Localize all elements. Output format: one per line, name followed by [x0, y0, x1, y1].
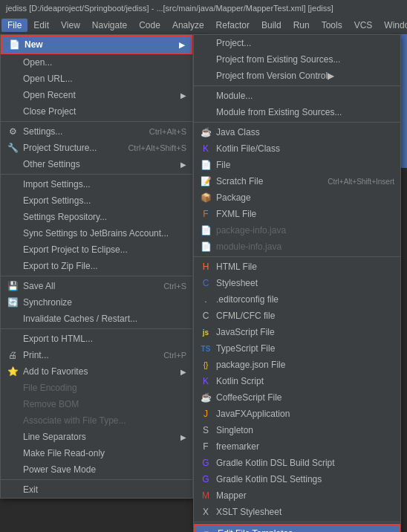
menu-item-export-settings[interactable]: Export Settings...: [1, 192, 192, 209]
submenu-item-project-existing[interactable]: Project from Existing Sources...: [194, 51, 400, 68]
separator-1: [1, 121, 192, 122]
menu-item-new[interactable]: 📄 New ▶: [1, 35, 192, 54]
menu-item-export-zip[interactable]: Export to Zip File...: [1, 258, 192, 274]
submenu-item-package[interactable]: 📦 Package: [194, 189, 400, 206]
menu-item-sync-settings[interactable]: Sync Settings to JetBrains Account...: [1, 225, 192, 241]
submenu-item-project-vcs[interactable]: Project from Version Control ▶: [194, 68, 400, 84]
menu-item-save-all-label: Save All: [23, 281, 55, 291]
menu-item-export-html-label: Export to HTML...: [23, 334, 93, 344]
cfml-icon: C: [200, 310, 212, 322]
menu-item-synchronize[interactable]: 🔄 Synchronize: [1, 294, 192, 311]
other-settings-icon: [7, 158, 19, 170]
exit-icon: [7, 484, 19, 496]
settings-shortcut: Ctrl+Alt+S: [149, 127, 186, 136]
menu-item-close-project-label: Close Project: [23, 106, 76, 117]
module-info-icon: 📄: [200, 241, 212, 253]
print-shortcut: Ctrl+P: [163, 351, 186, 360]
menu-item-associate-file-type: Associate with File Type...: [1, 412, 192, 429]
project-existing-icon: [200, 53, 212, 65]
submenu-item-package-json-label: package.json File: [216, 360, 285, 370]
menu-bar-vcs[interactable]: VCS: [348, 19, 379, 32]
submenu-item-javafxapp[interactable]: J JavaFXApplication: [194, 406, 400, 422]
submenu-item-freemarker[interactable]: F freemarker: [194, 438, 400, 455]
menu-bar-code[interactable]: Code: [133, 19, 166, 32]
submenu-item-gradle-kotlin-settings[interactable]: G Gradle Kotlin DSL Settings: [194, 471, 400, 487]
menu-item-open-url[interactable]: Open URL...: [1, 71, 192, 87]
project-vcs-icon: [200, 70, 212, 82]
menu-item-settings[interactable]: ⚙ Settings... Ctrl+Alt+S: [1, 123, 192, 140]
package-json-icon: {}: [200, 359, 212, 371]
submenu-item-project-label: Project...: [216, 38, 251, 48]
menu-item-settings-repository[interactable]: Settings Repository...: [1, 209, 192, 225]
submenu-item-stylesheet-label: Stylesheet: [216, 278, 258, 288]
submenu-item-java-class[interactable]: ☕ Java Class: [194, 124, 400, 140]
menu-item-line-separators[interactable]: Line Separators ▶: [1, 429, 192, 445]
menu-item-power-save[interactable]: Power Save Mode: [1, 461, 192, 478]
menu-bar-view[interactable]: View: [55, 19, 86, 32]
submenu-item-javascript[interactable]: js JavaScript File: [194, 324, 400, 340]
menu-bar-navigate[interactable]: Navigate: [86, 19, 133, 32]
submenu-item-module-existing[interactable]: Module from Existing Sources...: [194, 104, 400, 120]
menu-item-save-all[interactable]: 💾 Save All Ctrl+S: [1, 278, 192, 294]
submenu-item-kotlin-class[interactable]: K Kotlin File/Class: [194, 140, 400, 157]
menu-item-export-eclipse-label: Export Project to Eclipse...: [23, 244, 128, 255]
submenu-item-scratch-file[interactable]: 📝 Scratch File Ctrl+Alt+Shift+Insert: [194, 173, 400, 189]
menu-bar-run[interactable]: Run: [287, 19, 316, 32]
submenu-item-mapper[interactable]: M Mapper: [194, 487, 400, 504]
menu-item-other-settings[interactable]: Other Settings ▶: [1, 156, 192, 172]
menu-bar-refactor[interactable]: Refactor: [210, 19, 255, 32]
menu-item-invalidate-caches[interactable]: Invalidate Caches / Restart...: [1, 311, 192, 327]
menu-bar-build[interactable]: Build: [255, 19, 287, 32]
submenu-item-coffeescript[interactable]: ☕ CoffeeScript File: [194, 389, 400, 406]
submenu-item-package-json[interactable]: {} package.json File: [194, 357, 400, 373]
menu-bar-analyze[interactable]: Analyze: [166, 19, 210, 32]
menu-item-make-read-only[interactable]: Make File Read-only: [1, 445, 192, 461]
submenu-item-edit-file-templates[interactable]: ✏ Edit File Templates...: [194, 524, 400, 532]
menu-bar-edit[interactable]: Edit: [27, 19, 55, 32]
submenu-item-module[interactable]: Module...: [194, 88, 400, 104]
stylesheet-icon: C: [200, 277, 212, 289]
menu-item-file-encoding-label: File Encoding: [23, 383, 77, 393]
package-icon: 📦: [200, 192, 212, 204]
menu-item-print[interactable]: 🖨 Print... Ctrl+P: [1, 347, 192, 363]
gradle-kotlin-build-icon: G: [200, 457, 212, 469]
menu-item-import-settings[interactable]: Import Settings...: [1, 176, 192, 192]
submenu-item-module-existing-label: Module from Existing Sources...: [216, 107, 342, 117]
submenu-item-kotlin-script[interactable]: K Kotlin Script: [194, 373, 400, 389]
submenu-item-cfml[interactable]: C CFML/CFC file: [194, 308, 400, 324]
submenu-item-singleton[interactable]: S Singleton: [194, 422, 400, 438]
menu-bar-tools[interactable]: Tools: [316, 19, 348, 32]
submenu-item-gradle-kotlin-build-label: Gradle Kotlin DSL Build Script: [216, 458, 335, 468]
menu-item-line-separators-label: Line Separators: [23, 432, 86, 442]
synchronize-icon: 🔄: [7, 296, 19, 308]
submenu-item-html[interactable]: H HTML File: [194, 259, 400, 275]
submenu-item-gradle-kotlin-build[interactable]: G Gradle Kotlin DSL Build Script: [194, 455, 400, 471]
save-all-icon: 💾: [7, 280, 19, 292]
menu-bar-window[interactable]: Window: [378, 19, 407, 32]
menu-item-export-eclipse[interactable]: Export Project to Eclipse...: [1, 241, 192, 258]
menu-item-associate-file-type-label: Associate with File Type...: [23, 415, 126, 426]
menu-item-open[interactable]: Open...: [1, 54, 192, 71]
scratch-file-icon: 📝: [200, 175, 212, 187]
submenu-item-xslt[interactable]: X XSLT Stylesheet: [194, 504, 400, 520]
submenu-item-typescript[interactable]: TS TypeScript File: [194, 340, 400, 357]
submenu-item-editorconfig[interactable]: . .editorconfig file: [194, 291, 400, 308]
module-existing-icon: [200, 106, 212, 118]
mapper-icon: M: [200, 490, 212, 502]
menu-item-open-recent[interactable]: Open Recent ▶: [1, 87, 192, 103]
import-settings-icon: [7, 178, 19, 190]
menu-item-settings-label: Settings...: [23, 126, 62, 137]
menu-item-add-favorites[interactable]: ⭐ Add to Favorites ▶: [1, 363, 192, 380]
menu-item-exit[interactable]: Exit: [1, 481, 192, 498]
submenu-item-file[interactable]: 📄 File: [194, 157, 400, 173]
menu-item-remove-bom-label: Remove BOM: [23, 399, 79, 409]
menu-item-project-structure[interactable]: 🔧 Project Structure... Ctrl+Alt+Shift+S: [1, 140, 192, 156]
menu-item-close-project[interactable]: Close Project: [1, 103, 192, 120]
submenu-item-fxml[interactable]: F FXML File: [194, 206, 400, 222]
submenu-item-stylesheet[interactable]: C Stylesheet: [194, 275, 400, 291]
menu-item-export-html[interactable]: Export to HTML...: [1, 331, 192, 347]
project-structure-icon: 🔧: [7, 142, 19, 154]
gradle-kotlin-settings-icon: G: [200, 473, 212, 485]
menu-bar-file[interactable]: File: [1, 19, 27, 32]
submenu-item-project[interactable]: Project...: [194, 35, 400, 51]
